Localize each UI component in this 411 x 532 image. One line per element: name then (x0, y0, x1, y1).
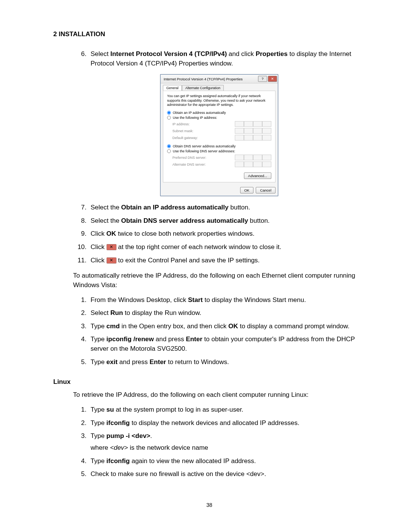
vista-steps: From the Windows Desktop, click Start to… (73, 296, 365, 367)
section-heading: 2 INSTALLATION (53, 30, 365, 38)
cancel-button[interactable]: Cancel (256, 187, 276, 193)
ip-address-input (235, 121, 271, 127)
radio-obtain-dns-auto-label: Obtain DNS server address automatically (173, 144, 236, 148)
dialog-titlebar: Internet Protocol Version 4 (TCP/IPv4) P… (161, 75, 278, 83)
radio-obtain-dns-auto[interactable] (167, 144, 171, 148)
vista-step-2: Select Run to display the Run window. (88, 308, 365, 318)
close-icon (107, 257, 116, 264)
help-icon[interactable]: ? (258, 76, 267, 82)
ok-button[interactable]: OK (240, 187, 254, 193)
linux-step-1: Type su at the system prompt to log in a… (88, 405, 365, 415)
ip-address-label: IP address: (172, 122, 190, 126)
vista-step-3: Type cmd in the Open entry box, and then… (88, 322, 365, 331)
subnet-mask-input (235, 128, 271, 134)
step-6: Select Internet Protocol Version 4 (TCP/… (88, 50, 365, 68)
default-gateway-label: Default gateway: (172, 136, 198, 140)
linux-heading: Linux (53, 378, 365, 386)
install-steps-7-11: Select the Obtain an IP address automati… (73, 203, 365, 265)
default-gateway-input (235, 135, 271, 141)
advanced-button[interactable]: Advanced... (244, 173, 271, 179)
dialog-description: You can get IP settings assigned automat… (167, 94, 271, 107)
page-number: 38 (53, 502, 365, 508)
radio-obtain-ip-auto-label: Obtain an IP address automatically (173, 111, 226, 115)
linux-step-3-sub: where <dev> is the network device name (91, 443, 365, 453)
tab-general[interactable]: General (163, 85, 182, 91)
radio-use-following-ip[interactable] (167, 116, 171, 120)
dialog-title: Internet Protocol Version 4 (TCP/IPv4) P… (164, 77, 243, 81)
alternate-dns-label: Alternate DNS server: (172, 163, 206, 166)
linux-step-4: Type ifconfig again to view the new allo… (88, 457, 365, 466)
radio-use-following-dns[interactable] (167, 149, 171, 153)
linux-step-5: Check to make sure no firewall is active… (88, 470, 365, 479)
step-9: Click OK twice to close both network pro… (88, 229, 365, 239)
close-icon (107, 244, 116, 250)
ipv4-properties-dialog: Internet Protocol Version 4 (TCP/IPv4) P… (160, 74, 278, 196)
radio-use-following-ip-label: Use the following IP address: (173, 116, 217, 120)
linux-step-3: Type pump -i <dev>. where <dev> is the n… (88, 431, 365, 452)
alternate-dns-input (235, 161, 271, 167)
step-8: Select the Obtain DNS server address aut… (88, 216, 365, 226)
vista-step-5: Type exit and press Enter to return to W… (88, 358, 365, 367)
preferred-dns-label: Preferred DNS server: (172, 156, 206, 160)
linux-step-2: Type ifconfig to display the network dev… (88, 419, 365, 428)
linux-intro: To retrieve the IP Address, do the follo… (73, 390, 365, 400)
step-10: Click at the top right corner of each ne… (88, 243, 365, 252)
subnet-mask-label: Subnet mask: (172, 129, 193, 133)
vista-step-1: From the Windows Desktop, click Start to… (88, 296, 365, 305)
step-11: Click to exit the Control Panel and save… (88, 256, 365, 265)
close-icon[interactable]: ✕ (268, 76, 277, 82)
vista-intro: To automatically retrieve the IP Address… (73, 271, 365, 290)
step-7: Select the Obtain an IP address automati… (88, 203, 365, 212)
tab-alternate-configuration[interactable]: Alternate Configuration (182, 85, 224, 91)
vista-step-4: Type ipconfig /renew and press Enter to … (88, 335, 365, 353)
install-steps-continued: Select Internet Protocol Version 4 (TCP/… (73, 50, 365, 68)
preferred-dns-input (235, 155, 271, 160)
radio-use-following-dns-label: Use the following DNS server addresses: (173, 149, 235, 153)
radio-obtain-ip-auto[interactable] (167, 111, 171, 115)
linux-steps: Type su at the system prompt to log in a… (73, 405, 365, 479)
